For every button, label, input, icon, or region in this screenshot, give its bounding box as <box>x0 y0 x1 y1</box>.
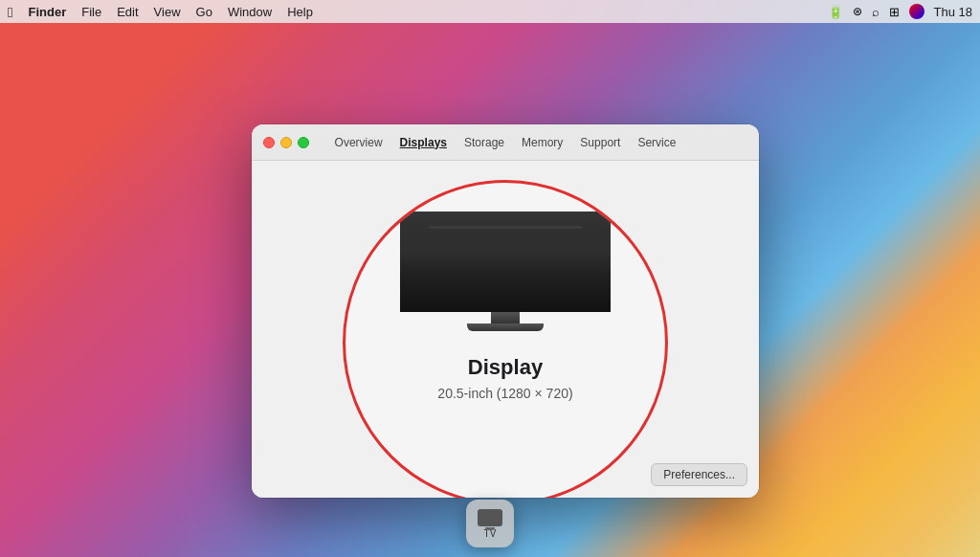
close-button[interactable] <box>263 137 275 148</box>
control-center-icon[interactable]: ⊞ <box>889 5 900 19</box>
battery-icon: 🔋 <box>828 5 843 19</box>
display-name: Display <box>437 355 572 380</box>
tab-support[interactable]: Support <box>572 134 628 151</box>
monitor-illustration <box>400 212 611 326</box>
tab-storage[interactable]: Storage <box>457 134 512 151</box>
spotlight-icon[interactable]: ⌕ <box>872 5 880 19</box>
help-menu[interactable]: Help <box>287 5 313 19</box>
tv-dock-icon[interactable]: TV <box>466 500 514 547</box>
user-avatar[interactable] <box>909 4 924 19</box>
wifi-icon[interactable]: ⊛ <box>853 5 862 18</box>
edit-menu[interactable]: Edit <box>117 5 138 19</box>
menubar:  Finder File Edit View Go Window Help 🔋… <box>0 0 980 23</box>
preferences-button[interactable]: Preferences... <box>651 463 747 486</box>
window-content: Display 20.5-inch (1280 × 720) Preferenc… <box>252 161 759 498</box>
monitor-screen <box>400 212 611 312</box>
display-text-area: Display 20.5-inch (1280 × 720) <box>437 355 572 401</box>
menubar-right: 🔋 ⊛ ⌕ ⊞ Thu 18 <box>828 4 972 19</box>
traffic-lights <box>263 137 309 148</box>
finder-menu[interactable]: Finder <box>28 5 66 19</box>
tab-overview[interactable]: Overview <box>327 134 390 151</box>
go-menu[interactable]: Go <box>196 5 212 19</box>
system-info-window: Overview Displays Storage Memory Support… <box>252 124 759 498</box>
menubar-clock: Thu 18 <box>934 5 972 19</box>
maximize-button[interactable] <box>298 137 309 148</box>
tab-memory[interactable]: Memory <box>514 134 570 151</box>
window-titlebar: Overview Displays Storage Memory Support… <box>252 124 759 161</box>
monitor-neck <box>491 312 520 323</box>
view-menu[interactable]: View <box>154 5 181 19</box>
tab-service[interactable]: Service <box>630 134 683 151</box>
display-specs: 20.5-inch (1280 × 720) <box>437 386 572 401</box>
monitor-foot <box>467 323 544 331</box>
window-tabs: Overview Displays Storage Memory Support… <box>327 134 684 151</box>
file-menu[interactable]: File <box>81 5 101 19</box>
tv-icon <box>478 509 502 526</box>
window-menu[interactable]: Window <box>228 5 272 19</box>
display-circle: Display 20.5-inch (1280 × 720) <box>343 180 668 498</box>
menubar-left:  Finder File Edit View Go Window Help <box>8 4 313 20</box>
apple-menu-icon[interactable]:  <box>8 4 12 20</box>
minimize-button[interactable] <box>280 137 292 148</box>
tab-displays[interactable]: Displays <box>392 134 455 151</box>
